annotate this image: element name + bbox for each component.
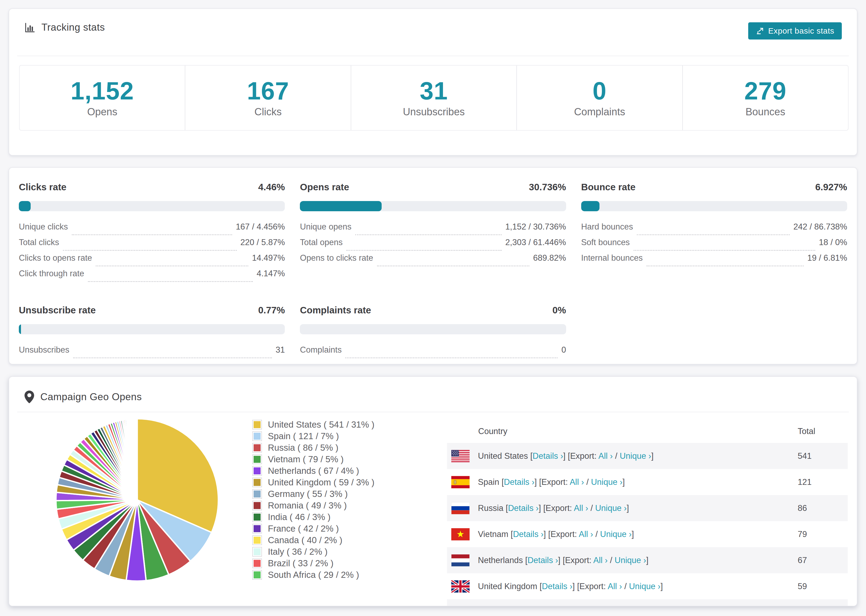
geo-total-cell: 59 [798,581,848,591]
es-flag-icon [451,476,469,488]
stat-label: Opens [87,105,117,118]
export-all-link-vietnam[interactable]: All › [579,530,593,539]
rate-row-label: Total clicks [19,237,59,247]
dotted-leader [72,234,232,235]
rate-row-value: 2,303 / 61.446% [505,237,566,247]
legend-item-united-kingdom[interactable]: United Kingdom ( 59 / 3% ) [252,476,375,488]
rate-row-label: Clicks to opens rate [19,253,92,263]
legend-label: Italy ( 36 / 2% ) [268,547,328,557]
details-link-united-kingdom[interactable]: Details › [542,581,573,591]
legend-swatch [252,547,262,556]
dotted-leader [377,266,529,266]
legend-label: United Kingdom ( 59 / 3% ) [268,477,375,487]
total-column-header: Total [798,426,848,436]
rate-row-value: 689.82% [533,253,566,263]
rate-title: Unsubscribe rate [19,305,96,316]
export-all-link-russia[interactable]: All › [574,503,588,513]
rate-rows: Unsubscribes31 [19,345,285,361]
legend-item-spain[interactable]: Spain ( 121 / 7% ) [252,430,375,442]
rate-row-label: Hard bounces [581,222,633,232]
rate-row-value: 242 / 86.738% [794,222,847,232]
export-all-link-united-kingdom[interactable]: All › [608,581,622,591]
rate-row-label: Internal bounces [581,253,643,263]
details-link-netherlands[interactable]: Details › [527,556,558,565]
rate-progress-bar [300,324,566,334]
rate-row: Total clicks220 / 5.87% [19,237,285,253]
rate-head: Complaints rate0% [300,305,566,317]
rate-row-value: 19 / 6.81% [808,253,847,263]
export-all-link-spain[interactable]: All › [570,477,584,487]
dotted-leader [96,266,248,266]
rate-title: Clicks rate [19,182,66,192]
rate-title: Bounce rate [581,182,636,192]
rate-value: 6.927% [815,182,847,192]
export-unique-link-united-kingdom[interactable]: Unique › [629,581,661,591]
geo-table-row-united-kingdom: United Kingdom [Details ›] [Export: All … [447,573,848,599]
details-link-spain[interactable]: Details › [504,477,535,487]
legend-item-russia[interactable]: Russia ( 86 / 5% ) [252,442,375,453]
stat-label: Complaints [574,105,625,118]
export-unique-link-united-states[interactable]: Unique › [620,451,651,460]
legend-label: Brazil ( 33 / 2% ) [268,558,334,569]
rate-rows: Complaints0 [300,345,566,361]
rate-progress-fill [300,201,382,211]
legend-item-india[interactable]: India ( 46 / 3% ) [252,511,375,523]
rate-row: Complaints0 [300,345,566,361]
legend-item-germany[interactable]: Germany ( 55 / 3% ) [252,488,375,500]
rate-head: Unsubscribe rate0.77% [19,305,285,317]
legend-label: Romania ( 49 / 3% ) [268,500,347,511]
rate-block-bounce-rate: Bounce rate6.927%Hard bounces242 / 86.73… [581,182,847,284]
export-all-link-netherlands[interactable]: All › [593,556,608,565]
details-link-vietnam[interactable]: Details › [513,530,543,539]
legend-label: United States ( 541 / 31% ) [268,420,375,430]
details-link-russia[interactable]: Details › [508,503,539,513]
legend-label: Germany ( 55 / 3% ) [268,489,348,499]
dotted-leader [345,357,557,358]
geo-country-cell: Netherlands [Details ›] [Export: All › /… [478,556,798,565]
geo-table: Country Total United States [Details ›] … [447,420,848,606]
legend-swatch [252,466,262,476]
legend-item-canada[interactable]: Canada ( 40 / 2% ) [252,534,375,546]
export-unique-link-vietnam[interactable]: Unique › [600,530,631,539]
details-link-united-states[interactable]: Details › [532,451,563,460]
rate-progress-bar [19,201,285,211]
legend-item-united-states[interactable]: United States ( 541 / 31% ) [252,419,375,430]
legend-item-romania[interactable]: Romania ( 49 / 3% ) [252,500,375,511]
legend-swatch [252,454,262,464]
geo-table-row-germany: Germany [Details ›] [Export: All › / Uni… [447,599,848,606]
rate-block-complaints-rate: Complaints rate0%Complaints0 [300,305,566,361]
legend-item-south-africa[interactable]: South Africa ( 29 / 2% ) [252,569,375,580]
legend-swatch [252,478,262,487]
legend-item-vietnam[interactable]: Vietnam ( 79 / 5% ) [252,453,375,465]
geo-title: Campaign Geo Opens [40,391,142,402]
campaign-geo-opens-card: Campaign Geo Opens United States ( 541 /… [9,376,857,606]
stat-value: 31 [420,77,448,104]
export-unique-link-spain[interactable]: Unique › [591,477,622,487]
geo-total-cell: 86 [798,503,848,513]
stat-box-complaints: 0Complaints [517,66,683,130]
geo-pie-chart [49,411,226,589]
export-unique-link-netherlands[interactable]: Unique › [614,556,646,565]
legend-label: Spain ( 121 / 7% ) [268,431,339,441]
legend-item-brazil[interactable]: Brazil ( 33 / 2% ) [252,558,375,569]
legend-item-netherlands[interactable]: Netherlands ( 67 / 4% ) [252,465,375,476]
stat-value: 1,152 [71,77,134,104]
geo-country-cell: Spain [Details ›] [Export: All › / Uniqu… [478,477,798,487]
rate-progress-fill [581,201,600,211]
legend-swatch [252,420,262,429]
legend-item-italy[interactable]: Italy ( 36 / 2% ) [252,546,375,558]
rate-row-label: Opens to clicks rate [300,253,373,263]
rate-row: Hard bounces242 / 86.738% [581,222,847,237]
legend-item-france[interactable]: France ( 42 / 2% ) [252,523,375,534]
export-unique-link-russia[interactable]: Unique › [595,503,627,513]
rate-row-value: 18 / 0% [819,237,847,247]
export-all-link-united-states[interactable]: All › [598,451,612,460]
rate-row-label: Unsubscribes [19,345,69,355]
geo-total-cell: 79 [798,530,848,539]
export-basic-stats-button[interactable]: Export basic stats [748,22,842,39]
dotted-leader [355,234,502,235]
page-title: Tracking stats [41,22,105,33]
rate-head: Clicks rate4.46% [19,182,285,193]
geo-table-row-russia: Russia [Details ›] [Export: All › / Uniq… [447,495,848,521]
stat-label: Clicks [254,105,282,118]
